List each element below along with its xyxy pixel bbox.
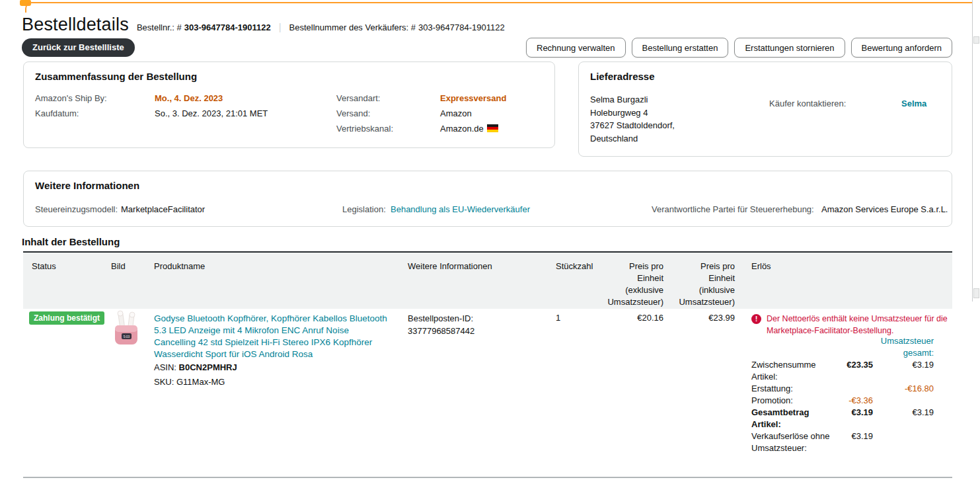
scrollbar-track[interactable]	[972, 0, 980, 302]
top-accent-line	[25, 2, 980, 13]
refund-order-button[interactable]: Bestellung erstatten	[632, 38, 729, 58]
address-line: 37627 Stadtoldendorf,	[590, 119, 675, 132]
totals-row-label: Gesamtbetrag Artikel:	[751, 407, 834, 430]
more-information-card: Weitere Informationen Steuereinzugsmodel…	[23, 171, 952, 227]
legislation-label: Legislation:	[342, 204, 386, 214]
page-title: Bestelldetails	[22, 15, 129, 35]
shipping-type-label: Versandart:	[336, 93, 381, 103]
order-number: 303-9647784-1901122	[184, 22, 271, 32]
net-revenue-warning: Der Nettoerlös enthält keine Umsatzsteue…	[767, 313, 953, 337]
column-price-incl-tax: Preis pro Einheit (inklusive Umsatzsteue…	[674, 261, 735, 308]
delivery-address-heading: Lieferadresse	[590, 71, 655, 82]
contact-buyer-link[interactable]: Selma	[901, 99, 926, 108]
address-line: Selma Burgazli	[590, 93, 675, 106]
product-image[interactable]: 5:03	[112, 310, 140, 346]
order-item-id-label: Bestellposten-ID:	[408, 313, 473, 325]
totals-row-amount: €23.35	[834, 359, 873, 383]
sku-line: SKU: G11Max-MG	[154, 376, 225, 388]
shipping-label: Versand:	[336, 108, 370, 118]
svg-text:5:03: 5:03	[124, 335, 130, 339]
seller-order-number: 303-9647784-1901122	[418, 22, 505, 32]
column-price-excl-tax: Preis pro Einheit (exklusive Umsatzsteue…	[603, 261, 663, 308]
order-summary-card: Zusammenfassung der Bestellung Amazon's …	[23, 61, 555, 148]
manage-invoice-button[interactable]: Rechnung verwalten	[526, 38, 626, 58]
back-to-orders-button[interactable]: Zurück zur Bestellliste	[22, 38, 135, 57]
totals-row-label: Promotion:	[751, 395, 834, 407]
totals-row-tax: €3.19	[873, 407, 934, 430]
totals-row-amount: €3.19	[834, 430, 873, 454]
order-number-label: Bestellnr.: #	[137, 22, 182, 32]
sales-channel-label: Vertriebskanal:	[336, 124, 393, 134]
column-revenue: Erlös	[751, 261, 771, 272]
column-product-name: Produktname	[154, 261, 205, 272]
revenue-totals-table: Zwischensumme Artikel: €23.35 €3.19 Erst…	[751, 359, 934, 454]
legislation-link[interactable]: Behandlung als EU-Wiederverkäufer	[391, 204, 530, 214]
order-contents-heading: Inhalt der Bestellung	[22, 236, 120, 247]
order-item-id-value: 33777968587442	[408, 325, 474, 337]
asin-label: ASIN:	[154, 362, 176, 372]
bottom-divider	[23, 477, 952, 478]
order-actions: Rechnung verwalten Bestellung erstatten …	[526, 38, 952, 58]
ship-by-value: Mo., 4. Dez. 2023	[155, 93, 223, 103]
totals-row-tax	[873, 430, 934, 454]
totals-row-label: Verkaufserlöse ohne Umsatzsteuer:	[751, 430, 834, 454]
purchase-date-label: Kaufdatum:	[35, 108, 79, 118]
asin-value: B0CN2PMHRJ	[179, 362, 237, 372]
shipping-type-value: Expressversand	[440, 93, 506, 103]
ship-by-label: Amazon's Ship By:	[35, 93, 107, 103]
more-information-heading: Weitere Informationen	[35, 180, 139, 191]
header-title-row: Bestelldetails Bestellnr.: # 303-9647784…	[22, 15, 505, 35]
request-review-button[interactable]: Bewertung anfordern	[851, 38, 952, 58]
column-quantity: Stückzahl	[556, 261, 593, 272]
totals-row-amount: €3.19	[834, 407, 873, 430]
column-image: Bild	[111, 261, 126, 272]
sales-channel-value: Amazon.de	[440, 124, 498, 134]
scrollbar-thumb[interactable]	[973, 288, 979, 298]
scrollbar-thumb[interactable]	[973, 36, 979, 44]
status-badge: Zahlung bestätigt	[29, 311, 104, 325]
price-excl-tax-value: €20.16	[601, 313, 663, 323]
delivery-address-card: Lieferadresse Selma Burgazli Holeburgweg…	[578, 61, 952, 157]
warning-icon: !	[751, 314, 761, 324]
column-more-information: Weitere Informationen	[408, 261, 492, 272]
totals-row-amount: -€3.36	[834, 395, 873, 407]
delivery-address: Selma Burgazli Holeburgweg 4 37627 Stadt…	[590, 93, 675, 145]
tax-model-value: MarketplaceFacilitator	[121, 204, 205, 214]
seller-order-number-label: Bestellnummer des Verkäufers: #	[289, 22, 416, 32]
germany-flag-icon	[487, 124, 498, 132]
shipping-value: Amazon	[440, 108, 472, 118]
tax-model-label: Steuereinzugsmodell:	[35, 204, 118, 214]
column-status: Status	[32, 261, 56, 272]
purchase-date-value: So., 3. Dez. 2023, 21:01 MET	[155, 108, 268, 118]
asin-line: ASIN: B0CN2PMHRJ	[154, 362, 237, 374]
sku-label: SKU:	[154, 377, 174, 387]
tax-total-header: Umsatzsteuer gesamt:	[848, 335, 934, 359]
totals-row-label: Erstattung:	[751, 383, 834, 395]
responsible-party-value: Amazon Services Europe S.a.r.L.	[821, 204, 948, 214]
address-line: Holeburgweg 4	[590, 106, 675, 120]
cancel-refunds-button[interactable]: Erstattungen stornieren	[734, 38, 845, 58]
sku-value: G11Max-MG	[176, 377, 225, 387]
responsible-party-label: Verantwortliche Partei für Steuererhebun…	[652, 204, 814, 214]
address-line: Deutschland	[590, 132, 675, 145]
contact-buyer-label: Käufer kontaktieren:	[769, 99, 846, 108]
divider: |	[279, 21, 282, 32]
totals-row-label: Zwischensumme Artikel:	[751, 359, 834, 383]
price-incl-tax-value: €23.99	[672, 313, 735, 323]
order-items-table-header: Status Bild Produktname Weitere Informat…	[23, 251, 952, 309]
totals-row-tax: -€16.80	[873, 383, 934, 395]
totals-row-amount	[834, 383, 873, 395]
order-summary-heading: Zusammenfassung der Bestellung	[35, 71, 197, 82]
totals-row-tax: €3.19	[873, 359, 934, 383]
totals-row-tax	[873, 395, 934, 407]
quantity-value: 1	[556, 313, 560, 323]
product-name-link[interactable]: Godyse Bluetooth Kopfhörer, Kopfhörer Ka…	[154, 313, 388, 360]
